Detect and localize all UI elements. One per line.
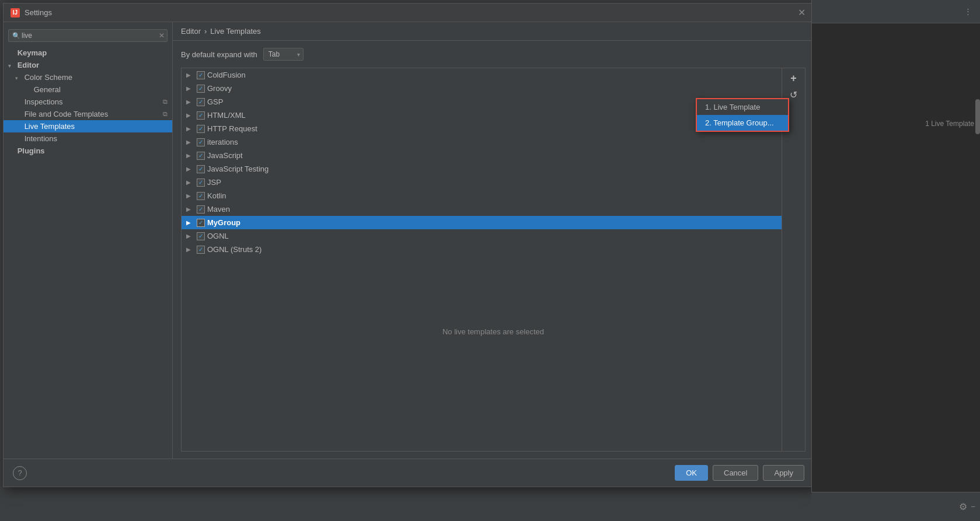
- popup-item-label-2: 2. Template Group...: [705, 118, 774, 127]
- popup-menu: 1. Live Template 2. Template Group...: [696, 98, 789, 132]
- gear-icon[interactable]: ⚙: [959, 501, 967, 512]
- template-group-row[interactable]: ▶ ✓ JavaScript Testing: [182, 162, 782, 176]
- sidebar-item-editor[interactable]: ▾ Editor: [4, 59, 172, 71]
- dialog-body: 🔍 ✕ Keymap ▾ Editor ▾ Color Scheme: [4, 22, 814, 459]
- row-label: OGNL: [207, 232, 229, 240]
- help-button[interactable]: ?: [13, 466, 27, 480]
- search-clear-icon[interactable]: ✕: [159, 32, 165, 40]
- dialog-titlebar: IJ Settings ✕: [4, 4, 814, 22]
- footer-left: ?: [13, 466, 27, 480]
- row-label-mygroup: MyGroup: [207, 218, 240, 227]
- editor-arrow: ▾: [8, 63, 15, 69]
- popup-menu-item-live-template[interactable]: 1. Live Template: [697, 99, 788, 115]
- row-checkbox[interactable]: ✓: [197, 125, 205, 133]
- apply-button[interactable]: Apply: [763, 465, 804, 481]
- app-icon: IJ: [11, 8, 20, 18]
- row-expand-icon: ▶: [186, 219, 194, 226]
- sidebar-item-color-scheme[interactable]: ▾ Color Scheme: [4, 71, 172, 83]
- ok-button[interactable]: OK: [675, 465, 708, 481]
- file-code-icon: ⧉: [163, 110, 168, 118]
- inspections-icon: ⧉: [163, 98, 168, 106]
- sidebar-item-keymap[interactable]: Keymap: [4, 47, 172, 59]
- add-button[interactable]: +: [786, 71, 802, 86]
- sidebar-item-general[interactable]: General: [4, 83, 172, 96]
- dialog-footer: ? OK Cancel Apply: [4, 459, 814, 487]
- toolbar-row: By default expand with Tab Enter Space ▾: [181, 48, 805, 61]
- search-input[interactable]: [8, 29, 168, 42]
- expand-select[interactable]: Tab Enter Space: [263, 48, 304, 61]
- row-checkbox[interactable]: ✓: [197, 138, 205, 146]
- row-expand-icon: ▶: [186, 99, 194, 105]
- breadcrumb-current: Live Templates: [210, 27, 260, 36]
- sidebar-item-file-code-templates[interactable]: File and Code Templates ⧉: [4, 108, 172, 120]
- template-group-row[interactable]: ▶ ✓ OGNL: [182, 229, 782, 243]
- row-expand-icon: ▶: [186, 72, 194, 78]
- row-expand-icon: ▶: [186, 179, 194, 186]
- row-checkbox[interactable]: ✓: [197, 205, 205, 214]
- template-group-row[interactable]: ▶ ✓ GSP: [182, 95, 782, 109]
- sidebar-item-intentions[interactable]: Intentions: [4, 132, 172, 145]
- sidebar: 🔍 ✕ Keymap ▾ Editor ▾ Color Scheme: [4, 22, 173, 459]
- sidebar-item-live-templates[interactable]: Live Templates: [4, 120, 172, 132]
- template-group-row[interactable]: ▶ ✓ Kotlin: [182, 189, 782, 202]
- search-icon: 🔍: [12, 32, 20, 40]
- row-checkbox[interactable]: ✓: [197, 111, 205, 120]
- template-group-row[interactable]: ▶ ✓ ColdFusion: [182, 68, 782, 82]
- row-checkbox[interactable]: ✓: [197, 165, 205, 173]
- breadcrumb-separator: ›: [204, 27, 207, 36]
- sidebar-item-label-inspections: Inspections: [25, 97, 63, 106]
- sidebar-item-label-keymap: Keymap: [18, 48, 47, 57]
- color-scheme-arrow: ▾: [15, 75, 22, 81]
- row-expand-icon: ▶: [186, 112, 194, 118]
- template-group-row[interactable]: ▶ ✓ HTML/XML: [182, 109, 782, 122]
- row-expand-icon: ▶: [186, 152, 194, 159]
- row-checkbox[interactable]: ✓: [197, 246, 205, 254]
- sidebar-item-inspections[interactable]: Inspections ⧉: [4, 96, 172, 108]
- close-button[interactable]: ✕: [796, 8, 807, 18]
- row-label: ColdFusion: [207, 71, 246, 79]
- row-checkbox[interactable]: ✓: [197, 152, 205, 160]
- template-group-row[interactable]: ▶ ✓ Groovy: [182, 82, 782, 95]
- template-group-row[interactable]: ▶ ✓ JSP: [182, 176, 782, 189]
- template-group-row[interactable]: ▶ ✓ OGNL (Struts 2): [182, 243, 782, 256]
- row-expand-icon: ▶: [186, 246, 194, 253]
- template-group-row[interactable]: ▶ ✓ iterations: [182, 135, 782, 149]
- sidebar-item-label-file-code-templates: File and Code Templates: [25, 110, 109, 118]
- row-checkbox[interactable]: ✓: [197, 98, 205, 106]
- template-group-row[interactable]: ▶ ✓ Maven: [182, 202, 782, 216]
- ide-right-top: ⋮: [812, 0, 980, 23]
- row-checkbox[interactable]: ✓: [197, 232, 205, 240]
- ide-background: IJ Settings ✕ 🔍 ✕ Keymap: [0, 0, 980, 521]
- template-group-row-mygroup[interactable]: ▶ ✓ MyGroup: [182, 216, 782, 229]
- sidebar-item-label-plugins: Plugins: [18, 146, 45, 155]
- footer-right: OK Cancel Apply: [675, 465, 804, 481]
- row-expand-icon: ▶: [186, 125, 194, 132]
- row-label: GSP: [207, 97, 223, 106]
- template-group-row[interactable]: ▶ ✓ JavaScript: [182, 149, 782, 162]
- row-checkbox[interactable]: ✓: [197, 179, 205, 187]
- scrollbar-thumb[interactable]: [975, 99, 980, 134]
- row-expand-icon: ▶: [186, 139, 194, 145]
- ide-right-panel: ⋮ 1 Live Template ⚙ −: [811, 0, 980, 521]
- sidebar-item-label-color-scheme: Color Scheme: [25, 73, 72, 82]
- sidebar-item-label-live-templates: Live Templates: [25, 122, 75, 131]
- row-label: Groovy: [207, 84, 232, 93]
- row-expand-icon: ▶: [186, 166, 194, 172]
- sidebar-item-label-general: General: [34, 85, 61, 94]
- row-label: JSP: [207, 178, 221, 187]
- template-group-row[interactable]: ▶ ✓ HTTP Request: [182, 122, 782, 135]
- ide-top-btn[interactable]: ⋮: [961, 5, 975, 18]
- row-checkbox[interactable]: ✓: [197, 85, 205, 93]
- row-expand-icon: ▶: [186, 233, 194, 239]
- sidebar-item-label-editor: Editor: [18, 61, 40, 69]
- main-content: Editor › Live Templates By default expan…: [173, 22, 814, 459]
- sidebar-item-plugins[interactable]: Plugins: [4, 145, 172, 157]
- cancel-button[interactable]: Cancel: [713, 465, 758, 481]
- row-expand-icon: ▶: [186, 85, 194, 92]
- row-checkbox[interactable]: ✓: [197, 71, 205, 79]
- popup-menu-item-template-group[interactable]: 2. Template Group...: [697, 115, 788, 131]
- row-checkbox[interactable]: ✓: [197, 219, 205, 227]
- row-label: Maven: [207, 205, 230, 214]
- minus-icon[interactable]: −: [971, 502, 975, 511]
- row-checkbox[interactable]: ✓: [197, 192, 205, 200]
